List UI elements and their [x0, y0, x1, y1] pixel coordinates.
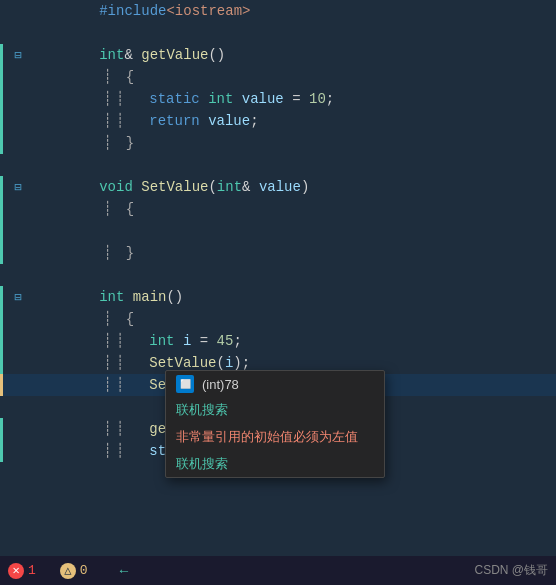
fold-minus-9[interactable]: ⊟	[12, 180, 24, 195]
gutter-8	[0, 159, 28, 171]
include-path: <iostream>	[166, 3, 250, 19]
error-popup: ⬜ (int)78 联机搜索 非常量引用的初始值必须为左值 联机搜索	[165, 370, 385, 478]
keyword-include: #include	[99, 3, 166, 19]
arrow-icon: ←	[120, 563, 128, 579]
popup-link-1[interactable]: 联机搜索	[176, 401, 228, 419]
popup-cast-text: (int)78	[202, 377, 239, 392]
popup-row-1: ⬜ (int)78	[166, 371, 384, 397]
popup-link-2[interactable]: 联机搜索	[176, 455, 228, 473]
error-number: 1	[28, 563, 36, 578]
fold-minus-3[interactable]: ⊟	[12, 48, 24, 63]
gutter-7	[0, 137, 28, 149]
popup-row-4[interactable]: 联机搜索	[166, 451, 384, 477]
gutter-10	[0, 203, 28, 215]
fold-1	[12, 5, 24, 17]
error-count[interactable]: ✕ 1	[8, 563, 36, 579]
warn-number: 0	[80, 563, 88, 578]
gutter-18	[0, 379, 28, 391]
warning-count[interactable]: △ 0	[60, 563, 88, 579]
gutter-3: ⊟	[0, 48, 28, 63]
popup-icon-1: ⬜	[176, 375, 194, 393]
gutter-9: ⊟	[0, 180, 28, 195]
gutter-6	[0, 115, 28, 127]
gutter-11	[0, 225, 28, 237]
gutter-12	[0, 247, 28, 259]
line-12: ┊}	[0, 242, 556, 264]
gutter-15	[0, 313, 28, 325]
gutter-13	[0, 269, 28, 281]
gutter-1	[0, 5, 28, 17]
fold-minus-14[interactable]: ⊟	[12, 290, 24, 305]
popup-row-3: 非常量引用的初始值必须为左值	[166, 423, 384, 451]
warn-icon: △	[60, 563, 76, 579]
credit-text: CSDN @钱哥	[474, 562, 548, 579]
gutter-2	[0, 27, 28, 39]
gutter-20	[0, 423, 28, 435]
code-editor: #include<iostream> ⊟ int& getValue() ┊{	[0, 0, 556, 556]
arrow-button[interactable]: ←	[120, 563, 128, 579]
error-icon: ✕	[8, 563, 24, 579]
line-10: ┊{	[0, 198, 556, 220]
gutter-17	[0, 357, 28, 369]
gutter-4	[0, 71, 28, 83]
gutter-5	[0, 93, 28, 105]
line-1: #include<iostream>	[0, 0, 556, 22]
line-7: ┊}	[0, 132, 556, 154]
status-bar: ✕ 1 △ 0 ← CSDN @钱哥	[0, 556, 556, 585]
gutter-16	[0, 335, 28, 347]
popup-error-msg: 非常量引用的初始值必须为左值	[176, 428, 358, 446]
gutter-21	[0, 445, 28, 457]
popup-row-2[interactable]: 联机搜索	[166, 397, 384, 423]
gutter-19	[0, 401, 28, 413]
gutter-14: ⊟	[0, 290, 28, 305]
